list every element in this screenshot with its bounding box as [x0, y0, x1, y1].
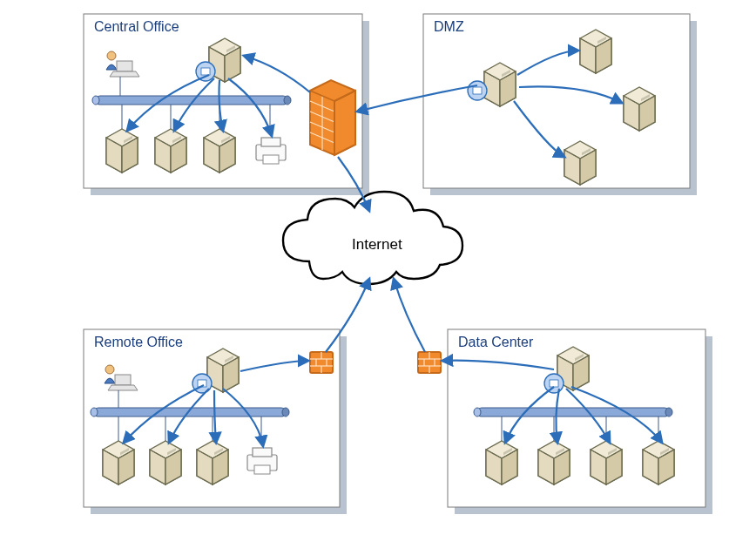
firewall-datacenter-icon [418, 352, 441, 373]
lan-pipe [474, 408, 672, 416]
server-icon [155, 129, 186, 173]
central-office-label: Central Office [94, 19, 179, 34]
firewall-remote-icon [310, 352, 333, 373]
network-diagram: Central Office DMZ Remote Office Data Ce… [0, 0, 756, 535]
remote-office-label: Remote Office [94, 335, 183, 349]
server-icon [538, 441, 570, 484]
dmz-label: DMZ [434, 19, 464, 34]
data-center-label: Data Center [458, 335, 534, 349]
server-icon [624, 87, 655, 131]
lens-icon [468, 81, 487, 100]
firewall-main [310, 80, 355, 155]
svg-marker-30 [334, 91, 355, 155]
server-icon [103, 441, 134, 484]
internet-label: Internet [352, 236, 402, 253]
server-icon [204, 129, 235, 173]
arrow-dcfw-to-internet [394, 279, 425, 352]
lens-icon [544, 374, 564, 393]
server-icon [207, 349, 239, 392]
server-icon [484, 63, 516, 106]
server-icon [591, 441, 622, 484]
server-icon [564, 141, 596, 185]
server-icon [197, 441, 228, 484]
server-icon [106, 129, 138, 173]
server-icon [150, 441, 181, 484]
server-icon [643, 441, 674, 484]
lens-icon [196, 62, 215, 81]
server-icon [486, 441, 517, 484]
internet-cloud: Internet [283, 192, 462, 284]
server-icon [580, 30, 611, 73]
